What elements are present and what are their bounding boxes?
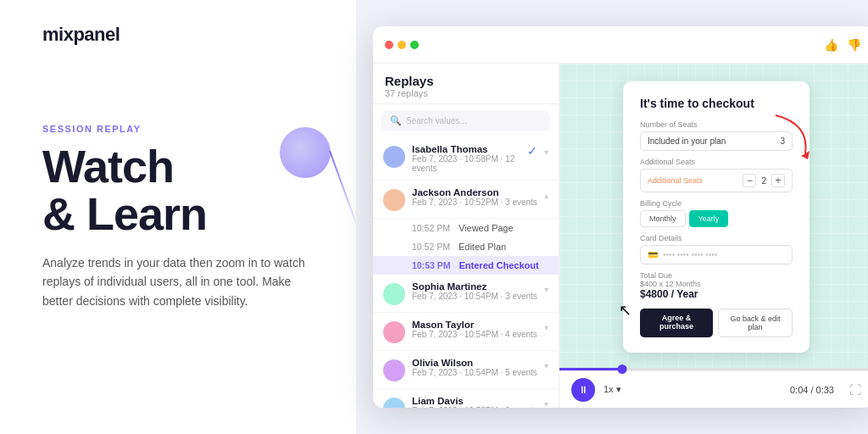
- progress-fill: [559, 368, 622, 370]
- close-dot: [385, 41, 393, 49]
- stepper-minus[interactable]: −: [743, 174, 756, 187]
- replay-meta: Feb 7, 2023 · 10:54PM · 4 events: [412, 330, 537, 339]
- chevron-down-icon: ▾: [544, 147, 548, 157]
- total-label: Total Due: [640, 271, 793, 280]
- billing-label: Billing Cycle: [640, 199, 793, 208]
- avatar-sophia: [383, 283, 405, 305]
- checkout-card: It's time to checkout Number of Seats In…: [623, 81, 810, 353]
- event-label: Entered Checkout: [459, 260, 539, 270]
- check-icon: ✓: [527, 144, 537, 158]
- thumbs-down-icon[interactable]: 👎: [847, 38, 861, 52]
- hero-description: Analyze trends in your data then zoom in…: [42, 253, 314, 310]
- chevron-down-icon: ▾: [544, 285, 548, 294]
- replay-meta: Feb 7, 2023 · 10:53PM · 2 events: [412, 406, 537, 408]
- avatar-mason: [383, 321, 405, 343]
- window-controls: [385, 41, 419, 49]
- hero-title: Watch & Learn: [42, 142, 314, 238]
- billing-monthly[interactable]: Monthly: [640, 210, 686, 227]
- avatar-isabella: [383, 146, 405, 168]
- replay-name: Liam Davis: [412, 396, 537, 406]
- replays-count: 37 replays: [385, 88, 547, 98]
- left-panel: mixpanel SESSION REPLAY Watch & Learn An…: [0, 0, 356, 434]
- chevron-down-icon: ▾: [544, 323, 548, 332]
- replay-content: It's time to checkout Number of Seats In…: [559, 64, 868, 370]
- additional-seats-text: Additional Seats: [648, 176, 703, 185]
- mockup-window: 👍 👎 Replays 37 replays 🔍 Search values..…: [373, 26, 868, 408]
- replay-viewer: It's time to checkout Number of Seats In…: [559, 64, 868, 408]
- replay-meta: Feb 7, 2023 · 10:54PM · 5 events: [412, 368, 537, 377]
- logo: mixpanel: [42, 24, 120, 46]
- card-icon: 💳: [648, 250, 658, 259]
- progress-indicator: [618, 364, 627, 374]
- progress-bar[interactable]: [559, 368, 868, 370]
- replay-name: Olivia Wilson: [412, 358, 537, 368]
- replays-title: Replays: [385, 74, 547, 88]
- agree-purchase-button[interactable]: Agree & purchase: [640, 309, 713, 337]
- total-price: $4800 / Year: [640, 288, 793, 300]
- search-placeholder: Search values...: [406, 116, 467, 125]
- billing-yearly[interactable]: Yearly: [689, 210, 729, 227]
- replay-item-liam[interactable]: Liam Davis Feb 7, 2023 · 10:53PM · 2 eve…: [373, 389, 559, 408]
- card-field[interactable]: 💳 •••• •••• •••• ••••: [640, 245, 793, 264]
- fullscreen-button[interactable]: ⛶: [849, 383, 861, 397]
- replay-item-sophia[interactable]: Sophia Martinez Feb 7, 2023 · 10:54PM · …: [373, 275, 559, 313]
- replay-name: Mason Taylor: [412, 320, 537, 330]
- chevron-up-icon: ▴: [544, 191, 548, 200]
- pause-button[interactable]: ⏸: [571, 378, 595, 402]
- minimize-dot: [398, 41, 406, 49]
- replay-info-sophia: Sophia Martinez Feb 7, 2023 · 10:54PM · …: [412, 281, 537, 301]
- right-panel: 👍 👎 Replays 37 replays 🔍 Search values..…: [356, 0, 868, 434]
- replay-item-isabella[interactable]: Isabella Thomas Feb 7, 2023 · 10:58PM · …: [373, 137, 559, 181]
- event-label: Edited Plan: [459, 242, 506, 252]
- replay-meta: Feb 7, 2023 · 10:54PM · 3 events: [412, 292, 537, 301]
- card-placeholder: •••• •••• •••• ••••: [663, 250, 717, 259]
- chevron-down-icon: ▾: [544, 399, 548, 408]
- search-bar[interactable]: 🔍 Search values...: [381, 111, 550, 131]
- replay-item-jackson[interactable]: Jackson Anderson Feb 7, 2023 · 10:52PM ·…: [373, 181, 559, 219]
- speed-control[interactable]: 1x ▾: [604, 384, 621, 395]
- replay-item-olivia[interactable]: Olivia Wilson Feb 7, 2023 · 10:54PM · 5 …: [373, 351, 559, 389]
- go-back-button[interactable]: Go back & edit plan: [718, 309, 793, 337]
- speed-chevron: ▾: [616, 384, 621, 394]
- chevron-down-icon: ▾: [544, 361, 548, 370]
- maximize-dot: [410, 41, 419, 49]
- event-time: 10:52 PM: [412, 223, 450, 233]
- cursor-icon: ↖: [619, 301, 632, 320]
- avatar-olivia: [383, 359, 405, 381]
- stepper-plus[interactable]: +: [771, 174, 785, 187]
- replay-info-mason: Mason Taylor Feb 7, 2023 · 10:54PM · 4 e…: [412, 320, 537, 339]
- total-calculation: $400 x 12 Months: [640, 280, 793, 288]
- replay-item-mason[interactable]: Mason Taylor Feb 7, 2023 · 10:54PM · 4 e…: [373, 313, 559, 351]
- event-label: Viewed Page: [459, 223, 514, 233]
- additional-field: Additional Seats − 2 +: [640, 169, 793, 192]
- avatar-liam: [383, 398, 405, 408]
- session-events: 10:52 PM Viewed Page 10:52 PM Edited Pla…: [373, 219, 559, 275]
- total-section: Total Due $400 x 12 Months $4800 / Year: [640, 271, 793, 300]
- card-label: Card Details: [640, 234, 793, 242]
- event-viewed-page[interactable]: 10:52 PM Viewed Page: [373, 219, 559, 237]
- thumbs-up-icon[interactable]: 👍: [824, 38, 838, 52]
- replay-name: Isabella Thomas: [412, 144, 520, 154]
- search-icon: 🔍: [390, 115, 402, 126]
- event-edited-plan[interactable]: 10:52 PM Edited Plan: [373, 237, 559, 256]
- replay-info-jackson: Jackson Anderson Feb 7, 2023 · 10:52PM ·…: [412, 187, 537, 207]
- event-time: 10:53 PM: [412, 260, 451, 270]
- avatar-jackson: [383, 189, 405, 211]
- mockup-topbar: 👍 👎: [373, 26, 868, 64]
- total-time: 0:33: [816, 385, 834, 395]
- speed-value: 1x: [604, 384, 614, 394]
- topbar-icons: 👍 👎: [824, 38, 861, 52]
- stepper-value: 2: [761, 176, 766, 186]
- sidebar-header: Replays 37 replays: [373, 64, 559, 104]
- replays-sidebar: Replays 37 replays 🔍 Search values... Is…: [373, 64, 559, 408]
- replay-info-liam: Liam Davis Feb 7, 2023 · 10:53PM · 2 eve…: [412, 396, 537, 408]
- playback-time: 0:04 / 0:33: [790, 385, 834, 395]
- annotation-arrow: [767, 107, 818, 170]
- current-time: 0:04: [790, 385, 808, 395]
- replay-name: Jackson Anderson: [412, 187, 537, 198]
- seats-included: Included in your plan: [648, 136, 726, 146]
- replay-info-olivia: Olivia Wilson Feb 7, 2023 · 10:54PM · 5 …: [412, 358, 537, 377]
- event-entered-checkout[interactable]: 10:53 PM Entered Checkout: [373, 256, 559, 275]
- replay-info-isabella: Isabella Thomas Feb 7, 2023 · 10:58PM · …: [412, 144, 520, 173]
- replay-meta: Feb 7, 2023 · 10:58PM · 12 events: [412, 154, 520, 173]
